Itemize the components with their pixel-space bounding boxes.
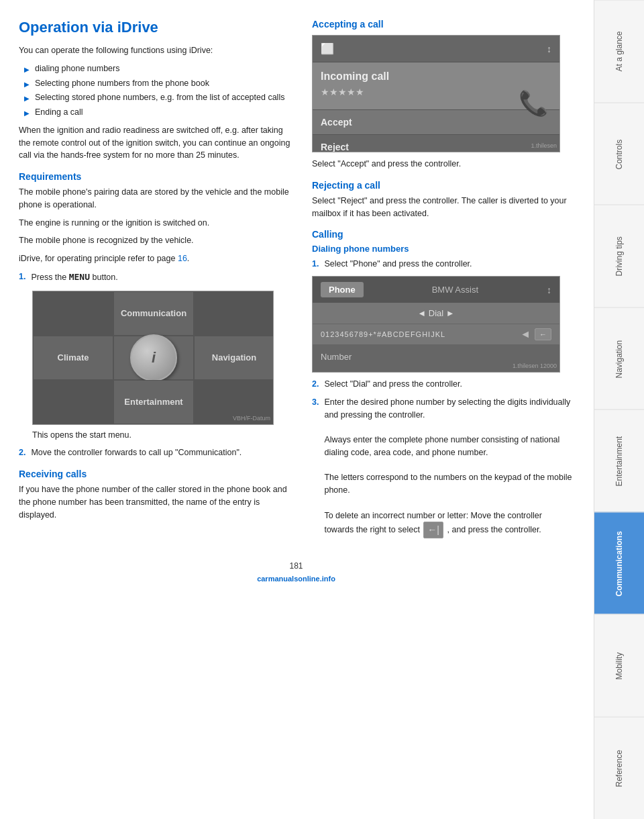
tab-navigation[interactable]: Navigation xyxy=(594,307,644,410)
calling-heading: Calling xyxy=(312,229,574,240)
menu-icon: ↕ xyxy=(547,285,551,295)
tab-entertainment[interactable]: Entertainment xyxy=(594,410,644,512)
list-item: ▶ dialing phone numbers xyxy=(24,62,296,75)
receiving-calls-text: If you have the phone number of the call… xyxy=(19,483,296,521)
dialing-heading: Dialing phone numbers xyxy=(312,244,574,254)
menu-empty-bottom-left xyxy=(33,380,113,424)
req-p3: The mobile phone is recognized by the ve… xyxy=(19,234,296,247)
tab-driving-tips[interactable]: Driving tips xyxy=(594,205,644,307)
bullet-arrow-icon: ▶ xyxy=(24,93,30,103)
list-item: ▶ Ending a call xyxy=(24,106,296,119)
left-arrow-icon: ◄ xyxy=(520,328,531,340)
incoming-call-image: ⬜ ↕ Incoming call ★★★★★ 📞 Accept Reject … xyxy=(312,35,560,152)
footer-logo: carmanualsonline.info xyxy=(257,575,335,583)
main-content: Operation via iDrive You can operate the… xyxy=(0,0,594,819)
page-title: Operation via iDrive xyxy=(19,19,296,36)
dial-row: ◄ Dial ► xyxy=(313,303,559,324)
menu-navigation: Navigation xyxy=(194,336,274,380)
phone-menu-header: Phone BMW Assist ↕ xyxy=(313,277,559,303)
accept-instruction: Select "Accept" and press the controller… xyxy=(312,158,574,171)
keypad-row: 0123456789+*#ABCDEFGHIJKL ◄ ← xyxy=(313,324,559,345)
bullet-arrow-icon: ▶ xyxy=(24,64,30,75)
menu-communication: Communication xyxy=(113,291,194,336)
rejecting-call-heading: Rejecting a call xyxy=(312,180,574,191)
tab-reference[interactable]: Reference xyxy=(594,717,644,820)
menu-empty-top-right xyxy=(194,291,274,336)
right-column: Accepting a call ⬜ ↕ Incoming call ★★★★★… xyxy=(312,19,574,544)
call-stars: ★★★★★ xyxy=(321,83,551,101)
phone-menu-image: Phone BMW Assist ↕ ◄ Dial ► 0123456789+*… xyxy=(312,276,560,373)
backspace-symbol: ←| xyxy=(423,522,443,538)
page-number: 181 xyxy=(289,561,303,571)
idrive-menu-image: Communication Climate i Navigation Enter… xyxy=(32,291,274,425)
tab-communications[interactable]: Communications xyxy=(594,512,644,615)
sidebar-tabs: At a glance Controls Driving tips Naviga… xyxy=(594,0,644,819)
phone-icon: 📞 xyxy=(519,89,549,117)
rejecting-call-text: Select "Reject" and press the controller… xyxy=(312,195,574,220)
watermark-right: 1.thilesen xyxy=(531,142,557,149)
menu-climate: Climate xyxy=(33,336,113,380)
dial-step-1: 1. Select "Phone" and press the controll… xyxy=(312,258,574,271)
dial-step-3: 3. Enter the desired phone number by sel… xyxy=(312,396,574,539)
list-item: ▶ Selecting stored phone numbers, e.g. f… xyxy=(24,91,296,104)
watermark-phone: 1.thilesen 12000 xyxy=(513,363,557,369)
phone-tab[interactable]: Phone xyxy=(321,282,364,297)
tab-at-a-glance[interactable]: At a glance xyxy=(594,0,644,103)
footer-logo-area: carmanualsonline.info xyxy=(19,573,574,583)
requirements-heading: Requirements xyxy=(19,171,296,182)
ignition-note: When the ignition and radio readiness ar… xyxy=(19,124,296,162)
call-body: Incoming call ★★★★★ 📞 xyxy=(313,62,559,109)
incoming-call-label: Incoming call xyxy=(321,70,551,83)
req-p4: iDrive, for operating principle refer to… xyxy=(19,252,296,265)
req-p1: The mobile phone's pairing data are stor… xyxy=(19,186,296,211)
intro-text: You can operate the following functions … xyxy=(19,44,296,57)
menu-entertainment: Entertainment xyxy=(113,380,194,424)
tab-controls[interactable]: Controls xyxy=(594,103,644,205)
watermark: VBH/F-Datum xyxy=(233,415,270,422)
call-header: ⬜ ↕ xyxy=(313,36,559,62)
call-window-icon: ⬜ xyxy=(321,42,334,55)
req-p2: The engine is running or the ignition is… xyxy=(19,217,296,230)
tab-mobility[interactable]: Mobility xyxy=(594,614,644,717)
idrive-knob: i xyxy=(130,334,177,381)
accepting-call-heading: Accepting a call xyxy=(312,19,574,30)
step-2: 2. Move the controller forwards to call … xyxy=(19,446,296,459)
dial-step-2: 2. Select "Dial" and press the controlle… xyxy=(312,378,574,391)
feature-list: ▶ dialing phone numbers ▶ Selecting phon… xyxy=(24,62,296,119)
left-column: Operation via iDrive You can operate the… xyxy=(19,19,296,544)
step-1: 1. Press the MENU button. xyxy=(19,271,296,284)
page-footer: 181 xyxy=(19,550,574,571)
bullet-arrow-icon: ▶ xyxy=(24,108,30,118)
menu-center: i xyxy=(113,336,194,380)
bullet-arrow-icon: ▶ xyxy=(24,79,30,89)
backspace-icon: ← xyxy=(535,328,551,340)
reject-button[interactable]: Reject xyxy=(313,134,559,152)
call-corner-icon: ↕ xyxy=(547,44,551,54)
step1-caption: This opens the start menu. xyxy=(32,429,296,442)
menu-empty-top-left xyxy=(33,291,113,336)
receiving-calls-heading: Receiving calls xyxy=(19,469,296,479)
list-item: ▶ Selecting phone numbers from the phone… xyxy=(24,77,296,90)
bmw-assist-tab[interactable]: BMW Assist xyxy=(424,282,486,297)
